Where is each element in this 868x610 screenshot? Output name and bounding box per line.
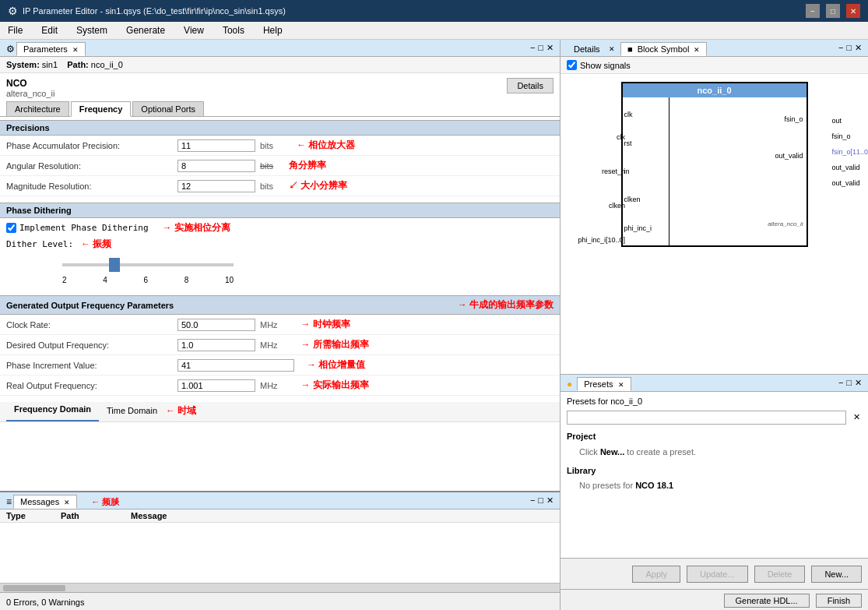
block-diagram-area: clk reset_n clken phi_inc_i[10..0] nco_i…: [561, 74, 868, 374]
phase-inc-row: Phase Increment Value: → 相位增量值: [0, 355, 560, 376]
messages-scrollbar[interactable]: [0, 583, 560, 592]
right-panel: Details ✕ ■ Block Symbol ✕ − □ ✕: [561, 40, 868, 610]
bs-minimize-icon[interactable]: −: [838, 43, 843, 53]
block-left-ports: clk rst in clken phi_inc_i: [623, 97, 669, 245]
show-signals-checkbox[interactable]: [567, 60, 577, 70]
apply-button[interactable]: Apply: [632, 566, 680, 583]
domain-tabs: Frequency Domain Time Domain ← 时域: [0, 402, 560, 422]
presets-no-presets: No presets for NCO 18.1: [567, 478, 862, 494]
presets-float-icon[interactable]: □: [846, 378, 852, 388]
params-float-icon[interactable]: □: [538, 43, 543, 53]
messages-tab[interactable]: Messages ✕: [13, 495, 77, 509]
phase-acc-row: Phase Accumulator Precision: bits ← 相位放大…: [0, 136, 560, 156]
phase-acc-input[interactable]: [177, 139, 255, 152]
slider-thumb[interactable]: [109, 258, 120, 272]
maximize-button[interactable]: □: [826, 4, 840, 18]
params-scroll-area: Precisions Phase Accumulator Precision: …: [0, 117, 560, 491]
block-symbol-header: Details ✕ ■ Block Symbol ✕ − □ ✕: [561, 40, 868, 57]
port-out-valid-outer: out_valid: [831, 160, 868, 175]
real-output-label: Real Output Frequency:: [6, 381, 177, 390]
magnitude-res-input[interactable]: [177, 180, 255, 192]
app-icon: ⚙: [8, 5, 18, 17]
presets-close-icon[interactable]: ✕: [855, 378, 862, 388]
bs-close-icon[interactable]: ✕: [855, 43, 862, 53]
port-fsin-outer: fsin_o: [831, 129, 868, 144]
update-button[interactable]: Update...: [687, 566, 748, 583]
menu-system[interactable]: System: [72, 23, 112, 37]
menu-help[interactable]: Help: [258, 23, 287, 37]
presets-content: Presets for nco_ii_0 ✕ Project Click New…: [561, 392, 868, 558]
tab-time-domain[interactable]: Time Domain ← 时域: [99, 402, 204, 421]
finish-button[interactable]: Finish: [816, 594, 862, 608]
msgs-float-icon[interactable]: □: [538, 495, 543, 506]
angular-res-unit: bits: [260, 161, 273, 171]
presets-close-btn[interactable]: ✕: [618, 381, 624, 389]
details-close-icon[interactable]: ✕: [609, 45, 615, 53]
parameters-close-icon[interactable]: ✕: [72, 46, 79, 54]
presets-tab[interactable]: Presets ✕: [577, 377, 631, 391]
parameters-tab[interactable]: Parameters ✕: [16, 42, 86, 56]
bs-float-icon[interactable]: □: [846, 43, 852, 53]
output-freq-header: Generated Output Frequency Parameters → …: [0, 295, 560, 315]
angular-res-input[interactable]: [177, 160, 255, 172]
tab-frequency-domain[interactable]: Frequency Domain: [6, 402, 99, 421]
inner-clken: clken: [624, 196, 667, 203]
desired-freq-input[interactable]: [177, 339, 255, 351]
freq-label-annotation: ← 频腅: [91, 496, 119, 508]
phase-acc-unit: bits: [260, 141, 273, 150]
clock-rate-unit: MHz: [260, 320, 278, 330]
slider-container: 2 4 6 8 10: [0, 254, 560, 292]
right-port-labels: out fsin_o fsin_o[11..0] out_valid out_v…: [831, 113, 868, 191]
tab-block-symbol[interactable]: ■ Block Symbol ✕: [620, 42, 707, 56]
tab-details[interactable]: Details: [567, 42, 607, 56]
generate-hdl-button[interactable]: Generate HDL...: [724, 594, 810, 608]
tab-architecture[interactable]: Architecture: [6, 101, 69, 116]
params-minimize-icon[interactable]: −: [530, 43, 535, 53]
system-label: System: sin1: [6, 60, 58, 69]
footer-bar: Generate HDL... Finish: [561, 589, 868, 610]
clock-rate-annotation: → 时钟频率: [301, 318, 350, 331]
desired-freq-unit: MHz: [260, 340, 278, 350]
block-right-ports: fsin_o out_valid altera_nco_ii: [669, 97, 807, 245]
tab-frequency[interactable]: Frequency: [71, 101, 132, 117]
presets-library-group: Library: [567, 464, 862, 479]
presets-tree: Project Click New... to create a preset.…: [567, 429, 862, 494]
delete-button[interactable]: Delete: [754, 566, 806, 583]
presets-search-input[interactable]: [567, 411, 846, 425]
bs-icon: ■: [627, 44, 633, 54]
dithering-checkbox-row: Implement Phase Dithering → 实施相位分离: [0, 218, 560, 234]
presets-search-clear[interactable]: ✕: [853, 412, 860, 422]
presets-header: ● Presets ✕ − □ ✕: [561, 375, 868, 392]
menu-file[interactable]: File: [3, 23, 27, 37]
time-label-annotation: ← 时域: [166, 405, 196, 416]
minimize-button[interactable]: −: [806, 4, 820, 18]
msgs-close-icon[interactable]: ✕: [546, 495, 553, 506]
dither-level-label: Dither Level:: [6, 239, 73, 249]
port-clken-outer: clken: [578, 197, 626, 214]
msgs-minimize-icon[interactable]: −: [530, 495, 535, 506]
presets-minimize-icon[interactable]: −: [838, 378, 843, 388]
presets-panel: ● Presets ✕ − □ ✕ Presets for nco_ii_0: [561, 375, 868, 610]
port-fsin-range-outer: fsin_o[11..0]: [831, 144, 868, 160]
params-tabs: Architecture Frequency Optional Ports: [0, 98, 560, 117]
real-output-input[interactable]: [177, 379, 255, 392]
tab-optional-ports[interactable]: Optional Ports: [132, 101, 204, 116]
inner-fsin: fsin_o: [673, 115, 803, 123]
menu-view[interactable]: View: [179, 23, 209, 37]
new-button[interactable]: New...: [811, 566, 862, 583]
menu-tools[interactable]: Tools: [218, 23, 249, 37]
dithering-checkbox[interactable]: [6, 223, 16, 233]
inner-clk: clk: [624, 111, 667, 118]
details-button[interactable]: Details: [507, 78, 553, 93]
messages-icon: ≡: [6, 496, 12, 507]
menu-edit[interactable]: Edit: [37, 23, 62, 37]
clock-rate-input[interactable]: [177, 319, 255, 331]
params-close-icon[interactable]: ✕: [546, 43, 553, 53]
menu-generate[interactable]: Generate: [121, 23, 170, 37]
inner-rst: rst: [624, 139, 667, 147]
messages-close-icon[interactable]: ✕: [64, 499, 70, 506]
angular-res-label: Angular Resolution:: [6, 161, 177, 171]
close-button[interactable]: ✕: [846, 4, 860, 18]
block-symbol-close-icon[interactable]: ✕: [694, 46, 700, 54]
phase-inc-input[interactable]: [177, 359, 294, 372]
